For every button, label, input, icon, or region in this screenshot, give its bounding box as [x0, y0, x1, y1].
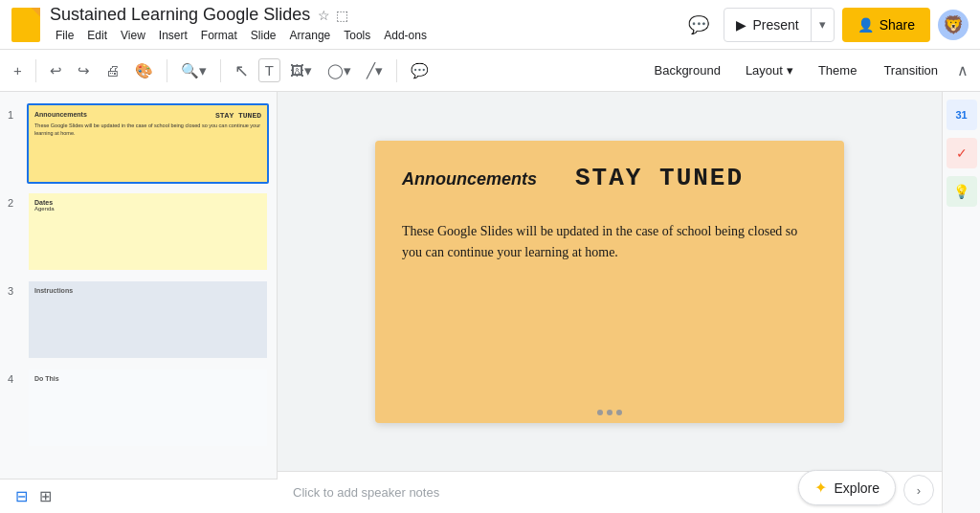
slide-dots: [597, 410, 622, 415]
content-area: Announcements STAY TUNED These Google Sl…: [278, 92, 942, 513]
doc-title: Sustained Learning Google Slides: [50, 5, 310, 25]
select-tool[interactable]: ↖: [229, 56, 255, 85]
explore-star-icon: ✦: [814, 479, 827, 497]
title-row: Sustained Learning Google Slides ☆ ⬚: [50, 5, 672, 25]
present-label: Present: [752, 17, 798, 33]
divider-3: [220, 59, 221, 82]
line-tool[interactable]: ╱▾: [361, 58, 389, 83]
divider-4: [396, 59, 397, 82]
bottom-bar: ⊟ ⊞: [0, 479, 278, 513]
redo-button[interactable]: ↪: [72, 58, 96, 83]
share-button[interactable]: 👤 Share: [842, 8, 930, 42]
thumb-2-content: Dates Agenda: [34, 199, 55, 212]
grid-view-button[interactable]: ⊞: [35, 483, 56, 509]
user-avatar[interactable]: 🦁: [938, 10, 969, 40]
layout-arrow: ▾: [787, 63, 793, 78]
explore-label: Explore: [835, 480, 880, 496]
title-section: Sustained Learning Google Slides ☆ ⬚ Fil…: [50, 5, 672, 44]
layout-button[interactable]: Layout ▾: [736, 57, 803, 83]
present-main[interactable]: ▶ Present: [724, 9, 811, 41]
view-toggle: ⊟ ⊞: [11, 483, 56, 509]
thumb-inner-3: Instructions: [29, 281, 267, 358]
explore-area: ✦ Explore: [798, 470, 896, 505]
thumb-4-content: Do This: [34, 375, 59, 382]
undo-button[interactable]: ↩: [44, 58, 68, 83]
print-button[interactable]: 🖨: [100, 58, 125, 82]
menu-tools[interactable]: Tools: [338, 27, 376, 44]
keep-symbol: 💡: [953, 184, 969, 199]
image-tool[interactable]: 🖼▾: [284, 58, 318, 83]
menu-arrange[interactable]: Arrange: [284, 27, 337, 44]
slide-number-3: 3: [8, 285, 21, 297]
present-dropdown-arrow[interactable]: ▾: [812, 9, 834, 41]
dot-3: [616, 410, 622, 415]
keep-icon[interactable]: 💡: [947, 176, 977, 207]
main-layout: 1 Announcements STAY TUNED These Google …: [0, 92, 980, 513]
menu-bar: File Edit View Insert Format Slide Arran…: [50, 27, 672, 44]
slide-item-4[interactable]: 4 Do This: [0, 364, 277, 452]
right-sidebar: 31 ✓ 💡: [942, 92, 980, 513]
slide-canvas: Announcements STAY TUNED These Google Sl…: [375, 141, 844, 423]
explore-button[interactable]: ✦ Explore: [798, 470, 896, 505]
slide-item-2[interactable]: 2 Dates Agenda: [0, 188, 277, 276]
dot-1: [597, 410, 603, 415]
comment-tool[interactable]: 💬: [405, 58, 434, 83]
speaker-notes-placeholder: Click to add speaker notes: [293, 485, 439, 500]
thumb-inner-1: Announcements STAY TUNED These Google Sl…: [29, 105, 267, 182]
menu-view[interactable]: View: [115, 27, 151, 44]
transition-button[interactable]: Transition: [872, 57, 949, 83]
add-button[interactable]: +: [8, 58, 28, 82]
chevron-right-button[interactable]: ›: [903, 475, 934, 505]
slide-item-1[interactable]: 1 Announcements STAY TUNED These Google …: [0, 100, 277, 188]
menu-format[interactable]: Format: [195, 27, 243, 44]
comment-button[interactable]: 💬: [681, 8, 716, 42]
thumb-inner-2: Dates Agenda: [29, 193, 267, 270]
thumb-inner-4: Do This: [29, 369, 267, 446]
thumb-1-content: Announcements STAY TUNED These Google Sl…: [34, 111, 261, 137]
folder-icon[interactable]: ⬚: [336, 8, 348, 23]
top-bar: Sustained Learning Google Slides ☆ ⬚ Fil…: [0, 0, 980, 50]
slide-thumbnail-4[interactable]: Do This: [27, 368, 269, 448]
layout-label: Layout: [746, 63, 783, 78]
background-button[interactable]: Background: [642, 57, 731, 83]
slide-announcements-label: Announcements: [402, 169, 537, 190]
slide-item-3[interactable]: 3 Instructions: [0, 276, 277, 364]
star-icon[interactable]: ☆: [318, 8, 330, 23]
doc-icon: [11, 8, 40, 42]
slide-body-text: These Google Slides will be updated in t…: [402, 221, 817, 264]
menu-edit[interactable]: Edit: [81, 27, 113, 44]
slide-stay-tuned-label: STAY TUNED: [575, 164, 744, 192]
zoom-dropdown[interactable]: 🔍▾: [175, 58, 212, 83]
shape-tool[interactable]: ◯▾: [322, 58, 357, 83]
share-icon: 👤: [858, 17, 874, 33]
slide-header-row: Announcements STAY TUNED: [402, 164, 817, 192]
share-label: Share: [880, 17, 915, 33]
menu-addons[interactable]: Add-ons: [378, 27, 433, 44]
thumb-3-content: Instructions: [34, 287, 73, 294]
calendar-label: 31: [955, 109, 967, 121]
menu-slide[interactable]: Slide: [245, 27, 282, 44]
slide-number-4: 4: [8, 373, 21, 385]
calendar-icon[interactable]: 31: [947, 100, 977, 130]
paint-button[interactable]: 🎨: [129, 58, 159, 83]
theme-button[interactable]: Theme: [807, 57, 868, 83]
menu-insert[interactable]: Insert: [153, 27, 193, 44]
filmstrip-view-button[interactable]: ⊟: [11, 483, 32, 509]
dot-2: [607, 410, 612, 415]
present-icon: ▶: [736, 17, 746, 33]
slide-thumbnail-2[interactable]: Dates Agenda: [27, 191, 269, 272]
menu-file[interactable]: File: [50, 27, 79, 44]
collapse-toolbar-button[interactable]: ∧: [953, 57, 972, 83]
chevron-right-icon: ›: [917, 483, 921, 498]
text-tool[interactable]: T: [258, 58, 280, 82]
slide-number-1: 1: [8, 109, 21, 121]
zoom-control: 🔍▾: [175, 58, 212, 83]
slide-thumbnail-1[interactable]: Announcements STAY TUNED These Google Sl…: [27, 103, 269, 184]
present-button[interactable]: ▶ Present ▾: [724, 8, 834, 42]
toolbar-right: Background Layout ▾ Theme Transition ∧: [642, 57, 972, 83]
tasks-icon[interactable]: ✓: [947, 138, 977, 168]
divider-1: [35, 59, 36, 82]
header-actions: 💬 ▶ Present ▾ 👤 Share 🦁: [681, 8, 969, 42]
slide-thumbnail-3[interactable]: Instructions: [27, 279, 269, 360]
title-icons: ☆ ⬚: [318, 8, 348, 23]
